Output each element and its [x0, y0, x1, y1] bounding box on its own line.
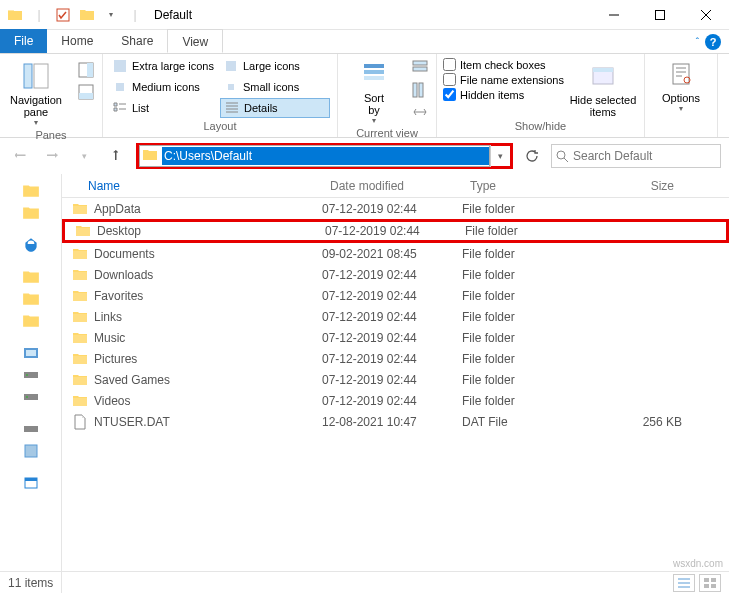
- svg-rect-33: [25, 478, 37, 481]
- file-row[interactable]: Pictures07-12-2019 02:44File folder: [62, 348, 729, 369]
- add-columns-icon[interactable]: [410, 80, 430, 100]
- content-area: Name Date modified Type Size AppData07-1…: [0, 174, 729, 593]
- hide-selected-button[interactable]: Hide selected items: [568, 58, 638, 118]
- up-button[interactable]: 🠕: [104, 144, 128, 168]
- ribbon-collapse-icon[interactable]: ˆ: [696, 37, 699, 48]
- svg-point-27: [26, 374, 28, 376]
- tab-file[interactable]: File: [0, 29, 47, 53]
- svg-rect-35: [711, 578, 716, 582]
- back-button[interactable]: 🠔: [8, 144, 32, 168]
- svg-rect-30: [24, 426, 38, 432]
- layout-details[interactable]: Details: [220, 98, 330, 118]
- thumbnails-view-button[interactable]: [699, 574, 721, 592]
- folder-icon: [72, 309, 88, 325]
- layout-extra-large-icons[interactable]: Extra large icons: [109, 56, 219, 76]
- group-layout: Extra large iconsLarge iconsMedium icons…: [103, 54, 338, 137]
- folder-icon: [72, 246, 88, 262]
- sort-by-button[interactable]: Sort by ▾: [344, 56, 404, 125]
- svg-rect-13: [364, 70, 384, 74]
- file-row[interactable]: Downloads07-12-2019 02:44File folder: [62, 264, 729, 285]
- minimize-button[interactable]: [591, 0, 637, 30]
- qat-check-icon[interactable]: [52, 4, 74, 26]
- svg-point-23: [557, 151, 565, 159]
- col-size: Size: [592, 179, 682, 193]
- address-dropdown[interactable]: ▾: [490, 145, 510, 167]
- svg-rect-25: [26, 350, 36, 356]
- file-row[interactable]: NTUSER.DAT12-08-2021 10:47DAT File256 KB: [62, 411, 729, 432]
- refresh-button[interactable]: [521, 145, 543, 167]
- file-row[interactable]: Documents09-02-2021 08:45File folder: [62, 243, 729, 264]
- qat-sep: |: [28, 4, 50, 26]
- svg-rect-20: [593, 68, 613, 72]
- svg-rect-8: [114, 60, 126, 72]
- svg-rect-21: [673, 64, 689, 84]
- file-icon: [72, 414, 88, 430]
- svg-rect-37: [711, 584, 716, 588]
- history-dropdown[interactable]: ▾: [72, 144, 96, 168]
- address-folder-icon: [142, 147, 160, 165]
- group-show-hide: Item check boxes File name extensions Hi…: [437, 54, 645, 137]
- svg-rect-3: [34, 64, 48, 88]
- maximize-button[interactable]: [637, 0, 683, 30]
- tab-view[interactable]: View: [167, 29, 223, 53]
- tab-home[interactable]: Home: [47, 29, 107, 53]
- details-view-button[interactable]: [673, 574, 695, 592]
- group-current-view: Sort by ▾ Current view: [338, 54, 437, 137]
- qat-dropdown-icon[interactable]: ▾: [100, 4, 122, 26]
- options-button[interactable]: Options ▾: [651, 56, 711, 113]
- folder-icon: [72, 393, 88, 409]
- layout-large-icons[interactable]: Large icons: [220, 56, 330, 76]
- col-date: Date modified: [322, 179, 462, 193]
- file-row[interactable]: Saved Games07-12-2019 02:44File folder: [62, 369, 729, 390]
- qat-folder-icon[interactable]: [76, 4, 98, 26]
- layout-medium-icons[interactable]: Medium icons: [109, 77, 219, 97]
- svg-rect-12: [364, 64, 384, 68]
- svg-point-29: [26, 396, 28, 398]
- ribbon: Navigation pane ▾ Panes Extra large icon…: [0, 54, 729, 138]
- folder-icon: [72, 267, 88, 283]
- folder-icon: [75, 223, 91, 239]
- svg-rect-31: [25, 445, 37, 457]
- navigation-tree[interactable]: [0, 174, 62, 593]
- svg-rect-5: [87, 63, 93, 77]
- layout-list[interactable]: List: [109, 98, 219, 118]
- folder-icon: [72, 330, 88, 346]
- help-icon[interactable]: ?: [705, 34, 721, 50]
- file-row[interactable]: Desktop07-12-2019 02:44File folder: [62, 219, 729, 243]
- group-options: Options ▾: [645, 54, 718, 137]
- status-bar: 11 items: [0, 571, 729, 593]
- close-button[interactable]: [683, 0, 729, 30]
- file-row[interactable]: Links07-12-2019 02:44File folder: [62, 306, 729, 327]
- size-columns-icon[interactable]: [410, 102, 430, 122]
- qat-sep-2: |: [124, 4, 146, 26]
- file-row[interactable]: Music07-12-2019 02:44File folder: [62, 327, 729, 348]
- file-row[interactable]: AppData07-12-2019 02:44File folder: [62, 198, 729, 219]
- svg-rect-1: [656, 10, 665, 19]
- svg-rect-14: [364, 76, 384, 80]
- check-hidden-items[interactable]: Hidden items: [443, 88, 564, 101]
- search-box[interactable]: Search Default: [551, 144, 721, 168]
- svg-rect-36: [704, 584, 709, 588]
- navigation-pane-button[interactable]: Navigation pane ▾: [6, 58, 66, 127]
- tab-share[interactable]: Share: [107, 29, 167, 53]
- group-by-icon[interactable]: [410, 58, 430, 78]
- col-name: Name: [62, 179, 322, 193]
- window-title: Default: [150, 8, 591, 22]
- title-bar: | ▾ | Default: [0, 0, 729, 30]
- file-row[interactable]: Favorites07-12-2019 02:44File folder: [62, 285, 729, 306]
- status-text: 11 items: [8, 576, 53, 590]
- svg-rect-10: [116, 83, 124, 91]
- preview-pane-icon[interactable]: [76, 60, 96, 80]
- svg-rect-34: [704, 578, 709, 582]
- check-file-extensions[interactable]: File name extensions: [443, 73, 564, 86]
- svg-rect-15: [413, 61, 427, 65]
- file-row[interactable]: Videos07-12-2019 02:44File folder: [62, 390, 729, 411]
- column-headers[interactable]: Name Date modified Type Size: [62, 174, 729, 198]
- details-pane-icon[interactable]: [76, 82, 96, 102]
- check-item-boxes[interactable]: Item check boxes: [443, 58, 564, 71]
- address-input[interactable]: [162, 147, 489, 165]
- col-type: Type: [462, 179, 592, 193]
- svg-rect-11: [228, 84, 234, 90]
- svg-rect-9: [226, 61, 236, 71]
- layout-small-icons[interactable]: Small icons: [220, 77, 330, 97]
